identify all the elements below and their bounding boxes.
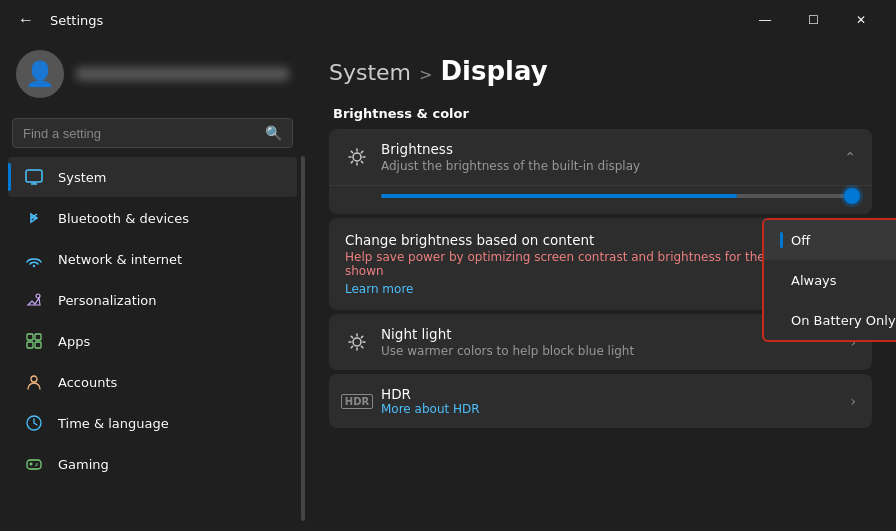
sidebar-label-personalization: Personalization	[58, 293, 157, 308]
brightness-dropdown: Off Always On Battery Only	[762, 218, 896, 342]
sidebar-label-apps: Apps	[58, 334, 90, 349]
hdr-title: HDR	[381, 386, 838, 402]
search-box: 🔍	[12, 118, 293, 148]
gaming-icon	[24, 454, 44, 474]
personalization-icon	[24, 290, 44, 310]
night-light-icon	[345, 332, 369, 352]
svg-rect-8	[35, 342, 41, 348]
time-icon	[24, 413, 44, 433]
svg-line-19	[351, 151, 352, 152]
brightness-icon	[345, 147, 369, 167]
title-bar-title: Settings	[50, 13, 103, 28]
dropdown-off-label: Off	[791, 233, 810, 248]
sidebar-item-system[interactable]: System	[8, 157, 297, 197]
svg-line-31	[351, 346, 352, 347]
svg-point-4	[36, 294, 40, 298]
accounts-icon	[24, 372, 44, 392]
sidebar-item-personalization[interactable]: Personalization	[8, 280, 297, 320]
brightness-desc: Adjust the brightness of the built-in di…	[381, 159, 832, 173]
bluetooth-icon	[24, 208, 44, 228]
dropdown-unselected-indicator-1	[780, 272, 783, 288]
sidebar-item-accounts[interactable]: Accounts	[8, 362, 297, 402]
svg-point-13	[35, 465, 37, 467]
change-brightness-row: Change brightness based on content Help …	[329, 218, 872, 310]
hdr-chevron: ›	[850, 393, 856, 409]
profile-name	[76, 67, 289, 81]
title-bar: ← Settings — ☐ ✕	[0, 0, 896, 40]
svg-line-20	[361, 161, 362, 162]
breadcrumb-separator: >	[419, 65, 432, 84]
dropdown-selected-indicator	[780, 232, 783, 248]
brightness-title: Brightness	[381, 141, 832, 157]
svg-line-21	[361, 151, 362, 152]
dropdown-unselected-indicator-2	[780, 312, 783, 328]
sidebar-label-network: Network & internet	[58, 252, 182, 267]
search-icon: 🔍	[265, 125, 282, 141]
breadcrumb-system: System	[329, 60, 411, 85]
main-layout: 👤 🔍 System	[0, 40, 896, 531]
profile-area: 👤	[0, 40, 305, 114]
avatar: 👤	[16, 50, 64, 98]
apps-icon	[24, 331, 44, 351]
page-title-breadcrumb: System > Display	[329, 56, 872, 86]
brightness-slider-fill	[381, 194, 737, 198]
sidebar-label-gaming: Gaming	[58, 457, 109, 472]
maximize-button[interactable]: ☐	[790, 4, 836, 36]
sidebar-label-bluetooth: Bluetooth & devices	[58, 211, 189, 226]
minimize-button[interactable]: —	[742, 4, 788, 36]
svg-rect-11	[27, 460, 41, 469]
brightness-slider-thumb[interactable]	[844, 188, 860, 204]
brightness-row[interactable]: Brightness Adjust the brightness of the …	[329, 129, 872, 185]
sidebar-label-time: Time & language	[58, 416, 169, 431]
svg-point-12	[36, 463, 38, 465]
svg-rect-5	[27, 334, 33, 340]
change-brightness-card: Change brightness based on content Help …	[329, 218, 872, 310]
sidebar: 👤 🔍 System	[0, 40, 305, 531]
dropdown-item-always[interactable]: Always	[764, 260, 896, 300]
svg-line-29	[361, 346, 362, 347]
sidebar-nav: System Bluetooth & devices	[0, 156, 305, 521]
breadcrumb-current: Display	[440, 56, 547, 86]
dropdown-item-battery[interactable]: On Battery Only	[764, 300, 896, 340]
sidebar-item-network[interactable]: Network & internet	[8, 239, 297, 279]
svg-line-28	[351, 336, 352, 337]
svg-point-23	[353, 338, 361, 346]
brightness-slider-track[interactable]	[381, 194, 856, 198]
brightness-expand-icon[interactable]: ⌃	[844, 149, 856, 165]
sidebar-item-apps[interactable]: Apps	[8, 321, 297, 361]
svg-line-30	[361, 336, 362, 337]
hdr-content: HDR More about HDR	[381, 386, 838, 416]
hdr-row[interactable]: HDR HDR More about HDR ›	[329, 374, 872, 428]
title-bar-controls: — ☐ ✕	[742, 4, 884, 36]
svg-point-3	[33, 265, 35, 267]
hdr-icon: HDR	[345, 394, 369, 409]
sidebar-item-bluetooth[interactable]: Bluetooth & devices	[8, 198, 297, 238]
dropdown-always-label: Always	[791, 273, 837, 288]
close-button[interactable]: ✕	[838, 4, 884, 36]
sidebar-item-time[interactable]: Time & language	[8, 403, 297, 443]
hdr-link[interactable]: More about HDR	[381, 402, 838, 416]
brightness-slider-container	[381, 194, 856, 198]
back-button[interactable]: ←	[12, 6, 40, 34]
svg-rect-7	[27, 342, 33, 348]
svg-rect-6	[35, 334, 41, 340]
system-icon	[24, 167, 44, 187]
network-icon	[24, 249, 44, 269]
content-area: System > Display Brightness & color	[305, 40, 896, 531]
search-input[interactable]	[23, 126, 257, 141]
brightness-slider-area	[329, 185, 872, 214]
sidebar-label-accounts: Accounts	[58, 375, 117, 390]
title-bar-left: ← Settings	[12, 6, 742, 34]
brightness-content: Brightness Adjust the brightness of the …	[381, 141, 832, 173]
dropdown-battery-label: On Battery Only	[791, 313, 896, 328]
avatar-icon: 👤	[25, 60, 55, 88]
svg-point-9	[31, 376, 37, 382]
svg-point-14	[353, 153, 361, 161]
dropdown-item-off[interactable]: Off	[764, 220, 896, 260]
section-brightness-color: Brightness & color	[329, 106, 872, 121]
sidebar-item-gaming[interactable]: Gaming	[8, 444, 297, 484]
svg-rect-0	[26, 170, 42, 182]
night-light-desc: Use warmer colors to help block blue lig…	[381, 344, 838, 358]
hdr-card: HDR HDR More about HDR ›	[329, 374, 872, 428]
brightness-card: Brightness Adjust the brightness of the …	[329, 129, 872, 214]
